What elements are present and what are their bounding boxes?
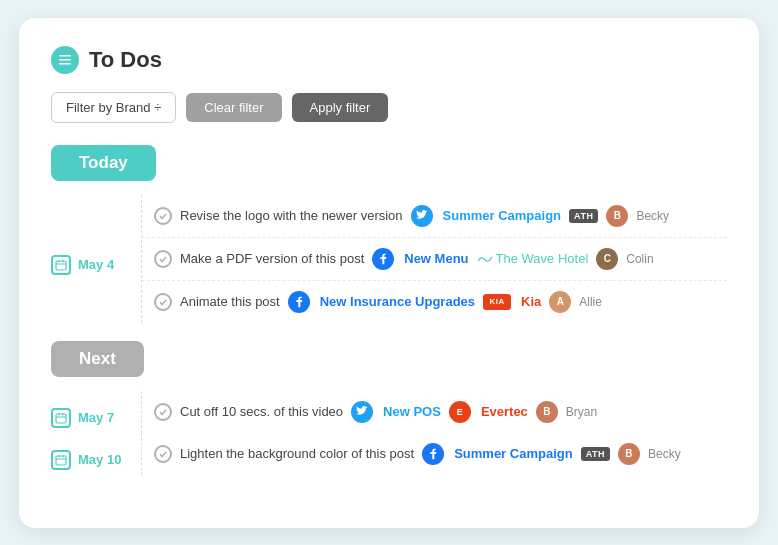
svg-rect-3 [56, 261, 66, 270]
task-text: Animate this post [180, 294, 280, 309]
check-icon[interactable] [154, 293, 172, 311]
person-name: Becky [636, 209, 669, 223]
next-section: Next May 7 Cut [51, 341, 727, 475]
check-icon[interactable] [154, 403, 172, 421]
task-row: Revise the logo with the newer version S… [142, 195, 727, 238]
evertec-brand: E [449, 401, 471, 423]
calendar-icon [51, 450, 71, 470]
clear-filter-button[interactable]: Clear filter [186, 93, 281, 122]
person-name: Allie [579, 295, 602, 309]
svg-rect-0 [59, 55, 71, 57]
may7-label: May 7 [78, 410, 114, 425]
calendar-icon [51, 408, 71, 428]
facebook-icon [422, 443, 444, 465]
task-tag: Summer Campaign [443, 208, 561, 223]
may4-tasks: Revise the logo with the newer version S… [141, 195, 727, 323]
may10-label: May 10 [78, 452, 121, 467]
task-tag: Summer Campaign [454, 446, 572, 461]
avatar: A [549, 291, 571, 313]
task-tag: New POS [383, 404, 441, 419]
task-row: Cut off 10 secs. of this video New POS E… [142, 391, 727, 433]
may10-group: May 10 Lighten the background color of t… [51, 433, 727, 475]
person-name: Bryan [566, 405, 597, 419]
may7-group: May 7 Cut off 10 secs. of this video New… [51, 391, 727, 433]
avatar: B [606, 205, 628, 227]
avatar: B [618, 443, 640, 465]
facebook-icon [372, 248, 394, 270]
facebook-icon [288, 291, 310, 313]
may7-date: May 7 [51, 391, 141, 433]
main-card: To Dos Filter by Brand ÷ Clear filter Ap… [19, 18, 759, 528]
kia-brand: KIA [483, 294, 511, 310]
task-text: Make a PDF version of this post [180, 251, 364, 266]
avatar: C [596, 248, 618, 270]
svg-rect-2 [59, 63, 71, 65]
twitter-icon [411, 205, 433, 227]
task-row: Lighten the background color of this pos… [142, 433, 727, 475]
svg-rect-7 [56, 414, 66, 423]
page-title: To Dos [89, 47, 162, 73]
check-icon[interactable] [154, 445, 172, 463]
task-row: Animate this post New Insurance Upgrades… [142, 281, 727, 323]
task-tag: New Insurance Upgrades [320, 294, 475, 309]
svg-rect-1 [59, 59, 71, 61]
task-text: Cut off 10 secs. of this video [180, 404, 343, 419]
task-text: Revise the logo with the newer version [180, 208, 403, 223]
brand-badge: ATH [581, 447, 610, 461]
twitter-icon [351, 401, 373, 423]
filter-bar: Filter by Brand ÷ Clear filter Apply fil… [51, 92, 727, 123]
check-icon[interactable] [154, 250, 172, 268]
task-row: Make a PDF version of this post New Menu… [142, 238, 727, 281]
kia-label: Kia [521, 294, 541, 309]
evertec-label: Evertec [481, 404, 528, 419]
brand-filter-select[interactable]: Filter by Brand ÷ [51, 92, 176, 123]
svg-rect-11 [56, 456, 66, 465]
todos-icon [51, 46, 79, 74]
may4-group: May 4 Revise the logo with the newer ver… [51, 195, 727, 323]
apply-filter-button[interactable]: Apply filter [292, 93, 389, 122]
page-header: To Dos [51, 46, 727, 74]
may10-date: May 10 [51, 433, 141, 475]
person-name: Becky [648, 447, 681, 461]
next-header: Next [51, 341, 144, 377]
may7-tasks: Cut off 10 secs. of this video New POS E… [141, 391, 727, 433]
today-section: Today May 4 [51, 145, 727, 323]
task-tag: New Menu [404, 251, 468, 266]
avatar: B [536, 401, 558, 423]
person-name: Colin [626, 252, 653, 266]
may4-label: May 4 [78, 257, 114, 272]
brand-badge: ATH [569, 209, 598, 223]
calendar-icon [51, 255, 71, 275]
check-icon[interactable] [154, 207, 172, 225]
today-header: Today [51, 145, 156, 181]
wave-brand: The Wave Hotel [477, 251, 589, 266]
may4-date: May 4 [51, 195, 141, 323]
may10-tasks: Lighten the background color of this pos… [141, 433, 727, 475]
task-text: Lighten the background color of this pos… [180, 446, 414, 461]
